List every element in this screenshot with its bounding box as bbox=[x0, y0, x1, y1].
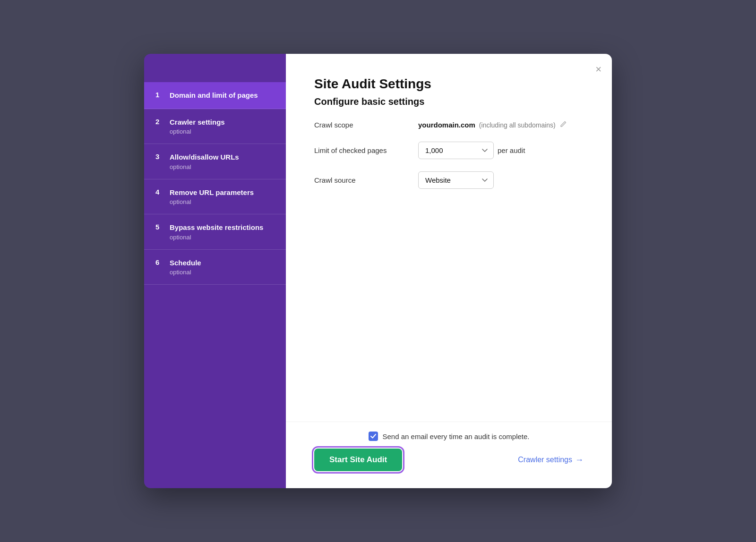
sidebar-item-number-2: 2 bbox=[155, 118, 164, 126]
email-checkbox[interactable] bbox=[369, 432, 378, 441]
section-title: Configure basic settings bbox=[314, 96, 584, 107]
sidebar: 1 Domain and limit of pages 2 Crawler se… bbox=[144, 54, 286, 488]
sidebar-item-subtitle-4: optional bbox=[170, 198, 254, 205]
modal-title: Site Audit Settings bbox=[314, 76, 584, 92]
arrow-icon: → bbox=[575, 455, 584, 465]
main-panel: × Site Audit Settings Configure basic se… bbox=[286, 54, 612, 488]
sidebar-item-title-3: Allow/disallow URLs bbox=[170, 152, 239, 162]
sidebar-item-title-6: Schedule bbox=[170, 258, 201, 268]
crawler-settings-link-text: Crawler settings bbox=[518, 456, 572, 464]
sidebar-item-schedule[interactable]: 6 Schedule optional bbox=[144, 250, 286, 285]
sidebar-item-domain[interactable]: 1 Domain and limit of pages bbox=[144, 82, 286, 109]
sidebar-item-subtitle-2: optional bbox=[170, 128, 225, 135]
crawl-scope-label: Crawl scope bbox=[314, 121, 409, 129]
modal-footer: Send an email every time an audit is com… bbox=[286, 422, 612, 488]
footer-actions: Start Site Audit Crawler settings → bbox=[314, 449, 584, 471]
start-audit-button[interactable]: Start Site Audit bbox=[314, 449, 402, 471]
sidebar-item-number-6: 6 bbox=[155, 258, 164, 266]
limit-value-wrapper: 100 500 1,000 5,000 10,000 per audit bbox=[418, 142, 525, 159]
limit-label: Limit of checked pages bbox=[314, 146, 409, 154]
crawl-scope-row: Crawl scope yourdomain.com (including al… bbox=[314, 120, 584, 129]
limit-row: Limit of checked pages 100 500 1,000 5,0… bbox=[314, 142, 584, 159]
sidebar-item-subtitle-3: optional bbox=[170, 163, 239, 170]
email-checkbox-row: Send an email every time an audit is com… bbox=[369, 432, 530, 441]
main-content: Site Audit Settings Configure basic sett… bbox=[286, 54, 612, 422]
per-audit-text: per audit bbox=[498, 146, 525, 154]
sidebar-item-number-5: 5 bbox=[155, 223, 164, 231]
sidebar-item-number-1: 1 bbox=[155, 91, 164, 99]
sidebar-item-subtitle-5: optional bbox=[170, 234, 263, 241]
sidebar-item-remove-url[interactable]: 4 Remove URL parameters optional bbox=[144, 179, 286, 215]
limit-select[interactable]: 100 500 1,000 5,000 10,000 bbox=[418, 142, 494, 159]
crawl-scope-value: yourdomain.com (including all subdomains… bbox=[418, 120, 567, 129]
crawl-source-select[interactable]: Website Sitemap Both bbox=[418, 171, 494, 189]
crawl-scope-note: (including all subdomains) bbox=[479, 121, 556, 129]
sidebar-item-title-1: Domain and limit of pages bbox=[170, 91, 258, 100]
crawl-scope-domain: yourdomain.com bbox=[418, 121, 475, 129]
sidebar-item-title-2: Crawler settings bbox=[170, 118, 225, 127]
sidebar-item-title-4: Remove URL parameters bbox=[170, 188, 254, 197]
edit-icon[interactable] bbox=[559, 120, 567, 129]
crawler-settings-link[interactable]: Crawler settings → bbox=[518, 455, 584, 465]
crawl-source-label: Crawl source bbox=[314, 176, 409, 184]
sidebar-item-number-4: 4 bbox=[155, 188, 164, 196]
close-button[interactable]: × bbox=[593, 62, 603, 76]
sidebar-item-subtitle-6: optional bbox=[170, 269, 201, 276]
modal-dialog: 1 Domain and limit of pages 2 Crawler se… bbox=[144, 54, 612, 488]
sidebar-item-crawler[interactable]: 2 Crawler settings optional bbox=[144, 109, 286, 144]
crawl-source-row: Crawl source Website Sitemap Both bbox=[314, 171, 584, 189]
sidebar-item-bypass[interactable]: 5 Bypass website restrictions optional bbox=[144, 214, 286, 250]
sidebar-item-allow-disallow[interactable]: 3 Allow/disallow URLs optional bbox=[144, 144, 286, 179]
sidebar-item-title-5: Bypass website restrictions bbox=[170, 223, 263, 232]
crawl-source-value-wrapper: Website Sitemap Both bbox=[418, 171, 494, 189]
email-checkbox-label: Send an email every time an audit is com… bbox=[383, 432, 530, 440]
sidebar-item-number-3: 3 bbox=[155, 152, 164, 161]
